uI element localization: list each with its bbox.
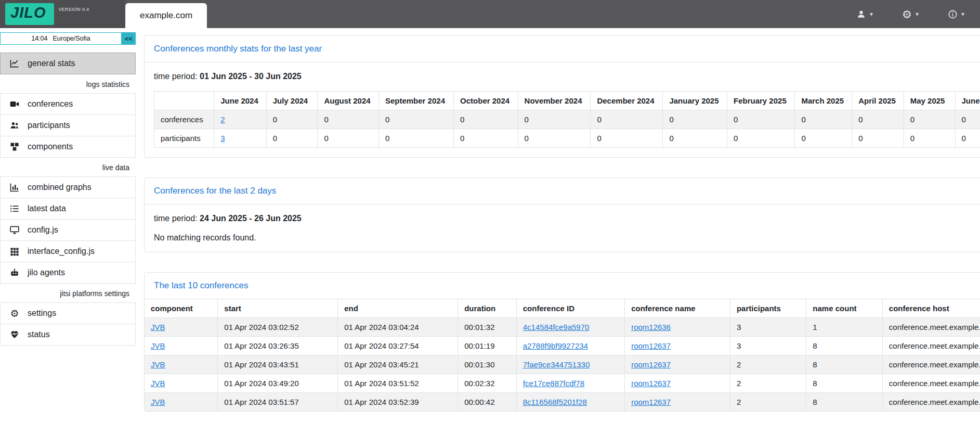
clock-timezone: Europe/Sofia (53, 35, 90, 42)
table-cell: conference.meet.example.com (882, 337, 980, 355)
table-cell: 8 (806, 374, 882, 393)
cell-link[interactable]: room12637 (631, 398, 671, 406)
sidebar-item-conferences[interactable]: conferences (0, 93, 136, 115)
table-cell: fce17ce887fcdf78 (516, 374, 624, 393)
column-header: duration (458, 299, 517, 318)
sidebar-item-settings[interactable]: ⚙ settings (0, 302, 136, 324)
sidebar-item-label: settings (28, 309, 56, 318)
tab-example-com[interactable]: example.com (125, 3, 207, 28)
table-cell: 8 (806, 393, 882, 412)
sidebar-item-label: components (28, 142, 73, 151)
cell-link[interactable]: JVB (151, 360, 165, 369)
cell-link[interactable]: 7fae9ce344751330 (523, 360, 590, 369)
card-body: time period: 24 Jun 2025 - 26 Jun 2025 N… (145, 205, 980, 252)
table-cell: 0 (454, 110, 518, 129)
card-header: Conferences monthly stats for the last y… (145, 36, 980, 62)
monthly-stats-table: June 2024July 2024August 2024September 2… (154, 91, 980, 148)
chevron-down-icon: ▾ (961, 11, 964, 17)
table-cell: 01 Apr 2024 03:26:35 (218, 337, 338, 355)
cell-link[interactable]: JVB (151, 398, 165, 406)
column-header: December 2024 (591, 92, 663, 110)
settings-menu-dropdown[interactable]: ⚙ ▾ (902, 9, 919, 20)
cell-link[interactable]: a2788f9bf9927234 (523, 341, 588, 350)
cell-link[interactable]: JVB (151, 379, 165, 388)
table-cell: 1 (806, 318, 882, 337)
cell-link[interactable]: room12636 (631, 323, 671, 331)
topbar: JILO VERSION 0.4 example.com ▾ ⚙ ▾ ▾ (0, 0, 980, 28)
empty-message: No matching records found. (154, 233, 980, 243)
gear-icon: ⚙ (902, 9, 912, 20)
card-body: time period: 01 Jun 2025 - 30 Jun 2025 J… (145, 62, 980, 157)
sidebar-item-label: conferences (28, 99, 73, 109)
table-cell: 0 (518, 110, 591, 129)
column-header: November 2024 (518, 92, 591, 110)
cell-link[interactable]: room12637 (631, 360, 671, 369)
cell-link[interactable]: JVB (151, 323, 165, 331)
cell-link[interactable]: 4c14584fce9a5970 (523, 323, 590, 331)
cell-link[interactable]: room12637 (631, 341, 671, 350)
sidebar-item-label: config.js (28, 225, 58, 235)
sidebar-item-latest-data[interactable]: latest data (0, 198, 136, 220)
table-cell: conferences (154, 110, 214, 129)
sidebar-item-participants[interactable]: participants (0, 114, 136, 136)
app-logo[interactable]: JILO (5, 3, 54, 25)
table-row: JVB01 Apr 2024 03:43:5101 Apr 2024 03:45… (145, 355, 980, 374)
card-title-link-last-2-days[interactable]: Conferences for the last 2 days (154, 186, 276, 196)
sidebar-item-config-js[interactable]: config.js (0, 219, 136, 241)
table-cell: 0 (378, 129, 453, 148)
card-title-link-last-10-conferences[interactable]: The last 10 conferences (154, 280, 248, 290)
table-cell: conference.meet.example.com (882, 355, 980, 374)
column-header: end (338, 299, 458, 318)
cell-link[interactable]: JVB (151, 341, 165, 350)
sidebar-item-label: interface_config.js (28, 247, 95, 256)
table-cell: 0 (727, 129, 795, 148)
sidebar-item-general-stats[interactable]: general stats (0, 53, 136, 74)
table-cell: 2 (730, 374, 806, 393)
sidebar-item-label: status (28, 330, 50, 339)
sidebar-section-logs-statistics: logs statistics (0, 74, 136, 94)
table-cell: 00:01:30 (458, 355, 517, 374)
table-cell: JVB (145, 337, 218, 355)
table-row: JVB01 Apr 2024 03:02:5201 Apr 2024 03:04… (145, 318, 980, 337)
table-cell: 01 Apr 2024 03:49:20 (218, 374, 338, 393)
time-period-label: time period: (154, 214, 198, 223)
table-cell: room12637 (625, 393, 730, 412)
components-icon (8, 142, 21, 152)
table-cell: 0 (591, 129, 663, 148)
table-row: JVB01 Apr 2024 03:26:3501 Apr 2024 03:27… (145, 337, 980, 355)
cell-link[interactable]: fce17ce887fcdf78 (523, 379, 584, 388)
table-cell: 8 (806, 355, 882, 374)
user-menu-dropdown[interactable]: ▾ (856, 9, 873, 19)
cell-link[interactable]: 2 (220, 115, 225, 124)
table-cell: 0 (795, 129, 852, 148)
sidebar-item-jilo-agents[interactable]: jilo agents (0, 262, 136, 284)
info-icon (948, 9, 958, 19)
sidebar: 14:04 Europe/Sofia << general stats logs… (0, 28, 136, 421)
column-header: component (145, 299, 218, 318)
sidebar-item-components[interactable]: components (0, 136, 136, 158)
card-header: Conferences for the last 2 days (145, 178, 980, 205)
table-cell: 00:01:19 (458, 337, 517, 355)
info-menu-dropdown[interactable]: ▾ (948, 9, 964, 19)
heart-pulse-icon (8, 329, 21, 340)
table-cell: 8c116568f5201f28 (516, 393, 624, 412)
cell-link[interactable]: 8c116568f5201f28 (523, 398, 587, 406)
table-cell: 01 Apr 2024 03:04:24 (338, 318, 458, 337)
sidebar-collapse-button[interactable]: << (122, 32, 136, 45)
column-header: conference name (625, 299, 730, 318)
monitor-icon (8, 225, 21, 235)
video-camera-icon (8, 99, 21, 109)
sidebar-item-status[interactable]: status (0, 324, 136, 346)
cell-link[interactable]: room12637 (631, 379, 671, 388)
table-row: JVB01 Apr 2024 03:51:5701 Apr 2024 03:52… (145, 393, 980, 412)
table-cell: 7fae9ce344751330 (516, 355, 624, 374)
card-title-link-monthly-stats[interactable]: Conferences monthly stats for the last y… (154, 44, 322, 54)
table-cell: 0 (318, 129, 379, 148)
card-monthly-stats: Conferences monthly stats for the last y… (144, 35, 980, 158)
sidebar-item-interface-config-js[interactable]: interface_config.js (0, 240, 136, 262)
sidebar-item-combined-graphs[interactable]: combined graphs (0, 176, 136, 198)
cell-link[interactable]: 3 (220, 134, 225, 143)
column-header: start (218, 299, 338, 318)
time-period-line: time period: 24 Jun 2025 - 26 Jun 2025 (154, 214, 980, 223)
column-header: May 2025 (904, 92, 955, 110)
